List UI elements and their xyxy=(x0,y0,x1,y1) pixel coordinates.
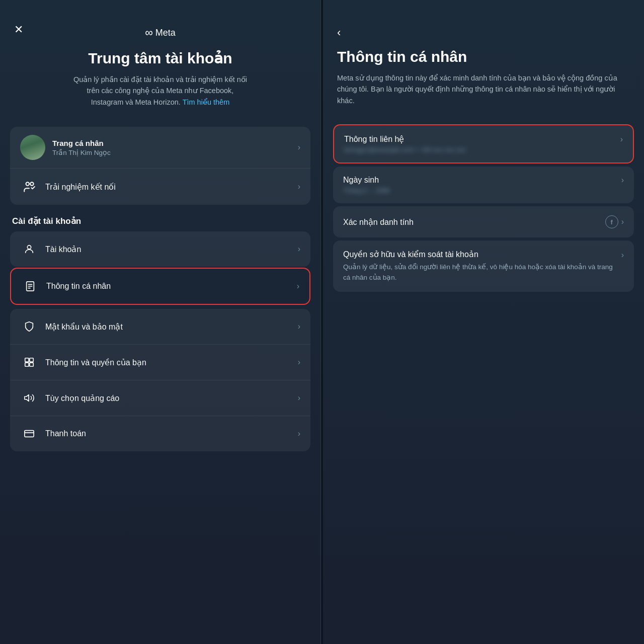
meta-infinity-icon: ∞ xyxy=(145,26,152,39)
rights-chevron: › xyxy=(298,358,300,367)
svg-point-1 xyxy=(30,183,33,186)
settings-item-payment[interactable]: Thanh toán › xyxy=(10,416,310,451)
svg-rect-7 xyxy=(25,358,29,362)
profile-info: Trang cá nhân Trần Thị Kim Ngọc xyxy=(52,139,298,156)
account-icon xyxy=(20,240,38,258)
right-description: Meta sử dụng thông tin này để xác minh d… xyxy=(337,72,630,106)
profile-name: Trần Thị Kim Ngọc xyxy=(52,148,298,156)
right-panel: ‹ Thông tin cá nhân Meta sử dụng thông t… xyxy=(323,0,644,644)
profile-label: Trang cá nhân xyxy=(52,139,298,147)
svg-rect-8 xyxy=(30,358,33,362)
contact-info-label: Thông tin liên hệ xyxy=(344,134,620,144)
ownership-title: Quyền sở hữu và kiểm soát tài khoản xyxy=(343,250,617,259)
identity-icons: f › xyxy=(605,215,624,228)
personal-info-chevron: › xyxy=(297,282,299,291)
svg-rect-10 xyxy=(30,363,33,366)
svg-point-2 xyxy=(27,246,31,249)
identity-row: Xác nhận danh tính f › xyxy=(343,215,624,228)
facebook-icon: f xyxy=(605,215,618,228)
ads-chevron: › xyxy=(298,393,300,403)
settings-item-security[interactable]: Mật khẩu và bảo mật › xyxy=(10,309,310,345)
close-button[interactable]: ✕ xyxy=(14,24,23,35)
payment-icon xyxy=(20,425,38,443)
birthday-label: Ngày sinh xyxy=(343,176,621,185)
payment-chevron: › xyxy=(298,429,300,438)
meta-logo: ∞ Meta xyxy=(145,26,176,39)
account-chevron: › xyxy=(298,245,300,254)
personal-info-highlighted: Thông tin cá nhân › xyxy=(10,268,310,305)
account-label: Tài khoản xyxy=(45,245,298,254)
contact-info-row: Thông tin liên hệ › xyxy=(344,134,623,144)
left-panel: ✕ ∞ Meta Trung tâm tài khoản Quản lý phầ… xyxy=(0,0,321,644)
right-title: Thông tin cá nhân xyxy=(337,48,630,65)
ownership-text: Quyền sở hữu và kiểm soát tài khoản Quản… xyxy=(343,250,617,283)
info-list: Thông tin liên hệ › kimngoc@example.com … xyxy=(333,124,634,292)
ownership-row: Quyền sở hữu và kiểm soát tài khoản Quản… xyxy=(343,250,624,283)
identity-label: Xác nhận danh tính xyxy=(343,217,605,227)
settings-section: Tài khoản › xyxy=(10,231,310,267)
rights-label: Thông tin và quyền của bạn xyxy=(45,358,298,367)
left-description: Quản lý phần cài đặt tài khoản và trải n… xyxy=(69,74,251,108)
right-header: ‹ Thông tin cá nhân Meta sử dụng thông t… xyxy=(323,0,644,115)
birthday-item[interactable]: Ngày sinh › Tháng 5 -- 1998 xyxy=(333,167,634,203)
settings-section-title: Cài đặt tài khoản xyxy=(0,205,320,231)
profile-item[interactable]: Trang cá nhân Trần Thị Kim Ngọc › xyxy=(10,127,310,169)
settings-item-personal[interactable]: Thông tin cá nhân › xyxy=(11,269,309,304)
contact-info-sub: kimngoc@example.com • +84 xxx xxx xxx xyxy=(344,146,466,153)
identity-chevron: › xyxy=(621,217,624,226)
settings-item-account[interactable]: Tài khoản › xyxy=(10,231,310,267)
svg-marker-11 xyxy=(25,395,29,401)
security-label: Mật khẩu và bảo mật xyxy=(45,322,298,332)
profile-section: Trang cá nhân Trần Thị Kim Ngọc › Trải n… xyxy=(10,127,310,205)
settings-item-rights[interactable]: Thông tin và quyền của bạn › xyxy=(10,345,310,380)
svg-point-0 xyxy=(26,183,30,186)
connected-item[interactable]: Trải nghiệm kết nối › xyxy=(10,169,310,205)
ownership-desc: Quản lý dữ liệu, sửa đổi người liên hệ t… xyxy=(343,262,617,283)
left-header: ∞ Meta Trung tâm tài khoản Quản lý phần … xyxy=(0,0,320,122)
rights-icon xyxy=(20,353,38,371)
learn-more-text[interactable]: Tìm hiểu thêm xyxy=(183,98,230,106)
contact-info-chevron: › xyxy=(620,135,623,144)
connected-chevron: › xyxy=(298,182,300,191)
contact-info-highlighted: Thông tin liên hệ › kimngoc@example.com … xyxy=(333,124,634,164)
ads-label: Tùy chọn quảng cáo xyxy=(45,393,298,403)
security-icon xyxy=(20,317,38,336)
birthday-chevron: › xyxy=(621,176,624,185)
ads-icon xyxy=(20,389,38,407)
svg-rect-12 xyxy=(25,431,34,437)
ownership-chevron: › xyxy=(621,251,624,260)
connected-label: Trải nghiệm kết nối xyxy=(45,182,298,192)
security-chevron: › xyxy=(298,322,300,331)
profile-chevron: › xyxy=(298,143,300,152)
identity-item[interactable]: Xác nhận danh tính f › xyxy=(333,206,634,237)
svg-rect-9 xyxy=(25,363,29,366)
meta-name: Meta xyxy=(155,28,176,38)
contact-info-item[interactable]: Thông tin liên hệ › kimngoc@example.com … xyxy=(334,125,633,163)
birthday-sub: Tháng 5 -- 1998 xyxy=(343,187,390,194)
personal-info-label: Thông tin cá nhân xyxy=(46,282,297,291)
left-title: Trung tâm tài khoản xyxy=(88,49,232,67)
avatar xyxy=(20,135,45,160)
settings-section-2: Mật khẩu và bảo mật › Thông tin và quyền… xyxy=(10,309,310,451)
settings-item-ads[interactable]: Tùy chọn quảng cáo › xyxy=(10,380,310,416)
birthday-row: Ngày sinh › xyxy=(343,176,624,185)
ownership-item[interactable]: Quyền sở hữu và kiểm soát tài khoản Quản… xyxy=(333,240,634,292)
connected-icon xyxy=(20,178,38,196)
avatar-image xyxy=(20,135,45,160)
personal-info-icon xyxy=(21,277,39,295)
back-button[interactable]: ‹ xyxy=(337,26,630,39)
payment-label: Thanh toán xyxy=(45,429,298,438)
